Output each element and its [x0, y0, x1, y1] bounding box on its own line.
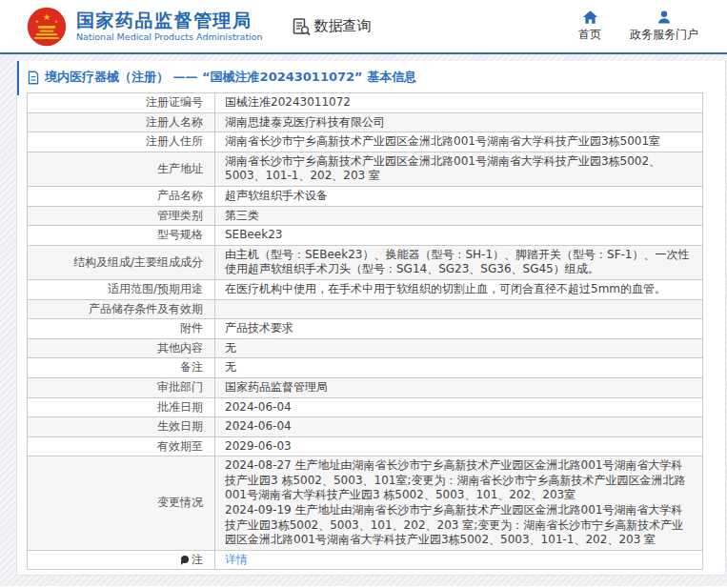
table-row: 生产地址湖南省长沙市宁乡高新技术产业园区金洲北路001号湖南省大学科技产业园3栋…	[28, 152, 703, 186]
registration-info-table: 注册证编号国械注准20243011072注册人名称湖南思捷泰克医疗科技有限公司注…	[27, 92, 703, 570]
nav-home-label: 首页	[578, 27, 601, 43]
table-row: 备注无	[28, 358, 703, 378]
table-row: 附件产品技术要求	[28, 319, 703, 339]
row-label: 备注	[28, 358, 215, 378]
table-row: 注详情	[28, 550, 703, 570]
table-row: 生效日期2024-06-04	[28, 417, 703, 437]
row-value: 国械注准20243011072	[215, 93, 703, 113]
table-row: 变更情况2024-08-27 生产地址由湖南省长沙市宁乡高新技术产业园区金洲北路…	[28, 456, 703, 551]
document-icon	[27, 71, 40, 85]
table-row: 适用范围/预期用途在医疗机构中使用，在手术中用于软组织的切割止血，可闭合直径不超…	[28, 279, 703, 299]
home-icon	[582, 10, 598, 25]
row-label: 有效期至	[28, 436, 215, 456]
row-label: 其他内容	[28, 338, 215, 358]
row-value: 国家药品监督管理局	[215, 377, 703, 397]
row-label: 批准日期	[28, 397, 215, 417]
svg-text:★: ★	[35, 19, 39, 24]
row-value: 湖南省长沙市宁乡高新技术产业园区金洲北路001号湖南省大学科技产业园3栋5001…	[215, 132, 703, 152]
table-row: 注册证编号国械注准20243011072	[28, 93, 703, 113]
row-label: 附件	[28, 319, 215, 339]
agency-logo: ★ ★ ★ 国家药品监督管理局 National Medical Product…	[26, 6, 263, 48]
detail-link[interactable]: 详情	[225, 553, 248, 566]
national-emblem-icon: ★ ★ ★	[26, 6, 68, 48]
table-row: 结构及组成/主要组成成分由主机（型号：SEBeek23）、换能器（型号：SH-1…	[28, 245, 703, 279]
nav-home[interactable]: 首页	[578, 10, 601, 43]
row-value: 由主机（型号：SEBeek23）、换能器（型号：SH-1）、脚踏开关（型号：SF…	[215, 245, 703, 279]
table-row: 管理类别第三类	[28, 206, 703, 226]
row-label: 型号规格	[28, 226, 215, 246]
row-label: 审批部门	[28, 377, 215, 397]
table-row: 有效期至2029-06-03	[28, 436, 703, 456]
table-row: 审批部门国家药品监督管理局	[28, 377, 703, 397]
row-label: 生产地址	[28, 152, 215, 186]
table-row: 其他内容无	[28, 338, 703, 358]
row-value: 2024-06-04	[215, 417, 703, 437]
row-label: 适用范围/预期用途	[28, 279, 215, 299]
row-value: 超声软组织手术设备	[215, 186, 703, 206]
row-value: 湖南省长沙市宁乡高新技术产业园区金洲北路001号湖南省大学科技产业园3栋5002…	[215, 152, 703, 186]
row-label: 注册证编号	[28, 93, 215, 113]
row-label: 变更情况	[28, 456, 215, 551]
agency-name: 国家药品监督管理局	[76, 10, 263, 30]
row-label: 结构及组成/主要组成成分	[28, 245, 215, 279]
row-value: 2024-08-27 生产地址由湖南省长沙市宁乡高新技术产业园区金洲北路001号…	[215, 456, 703, 551]
data-query-icon	[292, 17, 311, 36]
row-value: SEBeek23	[215, 226, 703, 246]
row-label: 注	[28, 550, 215, 570]
row-value: 湖南思捷泰克医疗科技有限公司	[215, 112, 703, 132]
breadcrumb: 境内医疗器械（注册） —— “国械注准20243011072” 基本信息	[17, 61, 725, 92]
nav-gov-portal-label: 政务服务门户	[630, 27, 698, 43]
user-icon	[656, 10, 672, 25]
nav-gov-portal[interactable]: 政务服务门户	[630, 10, 698, 43]
row-value: 无	[215, 358, 703, 378]
content-panel: 境内医疗器械（注册） —— “国械注准20243011072” 基本信息 注册证…	[16, 61, 726, 576]
row-label: 管理类别	[28, 206, 215, 226]
main-area: 境内医疗器械（注册） —— “国械注准20243011072” 基本信息 注册证…	[0, 54, 727, 586]
breadcrumb-text: 境内医疗器械（注册） —— “国械注准20243011072” 基本信息	[45, 69, 416, 86]
table-row: 注册人名称湖南思捷泰克医疗科技有限公司	[28, 112, 703, 132]
row-label: 生效日期	[28, 417, 215, 437]
table-row: 型号规格SEBeek23	[28, 226, 703, 246]
row-value	[215, 299, 703, 319]
table-row: 产品名称超声软组织手术设备	[28, 186, 703, 206]
agency-name-en: National Medical Products Administration	[76, 31, 263, 42]
row-value: 详情	[215, 550, 703, 570]
data-query-label: 数据查询	[314, 17, 372, 35]
top-nav: 首页 政务服务门户	[578, 10, 698, 43]
agency-titles: 国家药品监督管理局 National Medical Products Admi…	[76, 10, 263, 43]
row-value: 无	[215, 338, 703, 358]
svg-text:★: ★	[54, 19, 58, 24]
data-query-tab[interactable]: 数据查询	[292, 17, 372, 36]
table-row: 注册人住所湖南省长沙市宁乡高新技术产业园区金洲北路001号湖南省大学科技产业园3…	[28, 132, 703, 152]
note-balloon-icon	[181, 556, 189, 563]
site-header: ★ ★ ★ 国家药品监督管理局 National Medical Product…	[0, 0, 727, 54]
row-value: 2024-06-04	[215, 397, 703, 417]
row-label: 注册人名称	[28, 112, 215, 132]
row-value: 2029-06-03	[215, 436, 703, 456]
table-row: 批准日期2024-06-04	[28, 397, 703, 417]
row-value: 第三类	[215, 206, 703, 226]
svg-text:★: ★	[43, 10, 50, 21]
row-label: 产品储存条件及有效期	[28, 299, 215, 319]
row-label: 注册人住所	[28, 132, 215, 152]
row-label: 产品名称	[28, 186, 215, 206]
row-value: 产品技术要求	[215, 319, 703, 339]
table-row: 产品储存条件及有效期	[28, 299, 703, 319]
row-value: 在医疗机构中使用，在手术中用于软组织的切割止血，可闭合直径不超过5mm的血管。	[215, 279, 703, 299]
